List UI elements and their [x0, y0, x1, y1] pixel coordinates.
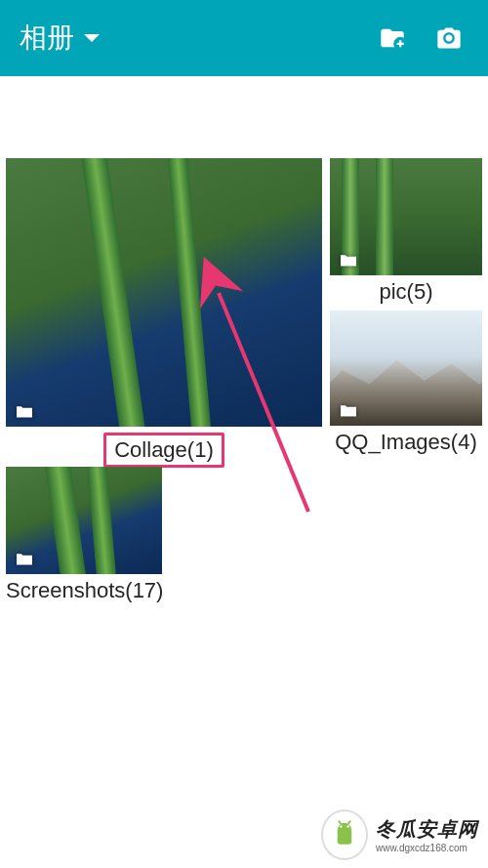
watermark-logo-icon [321, 811, 368, 858]
app-title: 相册 [20, 20, 74, 57]
header-actions [373, 19, 468, 58]
watermark-text: 冬瓜安卓网 [376, 818, 478, 840]
watermark: 冬瓜安卓网 www.dgxcdz168.com [321, 811, 478, 858]
svg-point-2 [340, 825, 342, 827]
app-bar: 相册 [0, 0, 488, 76]
album-grid: Collage(1) pic(5) QQ_Images(4) Screensho… [0, 76, 488, 88]
album-label: Screenshots(17) [6, 574, 162, 603]
svg-line-5 [348, 820, 350, 824]
album-thumbnail [330, 158, 482, 275]
album-pic[interactable]: pic(5) [330, 158, 482, 305]
folder-icon [14, 403, 35, 419]
album-collage[interactable]: Collage(1) [6, 158, 322, 468]
folder-icon [14, 551, 35, 566]
album-thumbnail [330, 310, 482, 426]
new-folder-icon [379, 24, 406, 52]
album-qq-images[interactable]: QQ_Images(4) [330, 310, 482, 455]
folder-icon [338, 402, 359, 418]
svg-line-4 [339, 820, 341, 824]
folder-icon [338, 252, 359, 268]
album-thumbnail [6, 158, 322, 427]
new-folder-button[interactable] [373, 19, 412, 58]
album-screenshots[interactable]: Screenshots(17) [6, 467, 162, 603]
album-label: Collage(1) [103, 433, 224, 468]
album-label: pic(5) [330, 275, 482, 305]
chevron-down-icon [84, 34, 100, 42]
album-label: QQ_Images(4) [330, 426, 482, 455]
camera-button[interactable] [429, 19, 468, 58]
watermark-url: www.dgxcdz168.com [376, 843, 478, 853]
album-thumbnail [6, 467, 162, 574]
svg-point-3 [346, 825, 348, 827]
camera-icon [435, 24, 463, 52]
album-dropdown[interactable]: 相册 [20, 20, 373, 57]
